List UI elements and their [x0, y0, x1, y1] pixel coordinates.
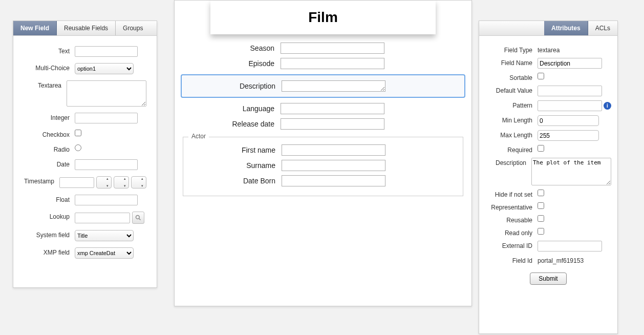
field-row-first-name[interactable]: First name — [183, 142, 463, 158]
svg-point-0 — [136, 216, 140, 219]
episode-label: Episode — [175, 59, 281, 68]
read-only-checkbox[interactable] — [538, 228, 544, 235]
field-type-value: textarea — [538, 45, 560, 54]
checkbox-input[interactable] — [75, 130, 81, 136]
submit-button[interactable]: Submit — [530, 273, 566, 285]
radio-input[interactable] — [75, 144, 81, 151]
external-id-input[interactable] — [538, 241, 602, 252]
date-label: Date — [24, 159, 75, 168]
min-length-label: Min Length — [485, 115, 538, 124]
season-label: Season — [175, 44, 281, 52]
release-date-input[interactable] — [281, 118, 384, 130]
timestamp-label: Timestamp — [24, 176, 59, 185]
system-field-select[interactable]: Title — [75, 230, 134, 241]
external-id-label: External ID — [485, 241, 538, 249]
language-input[interactable] — [281, 103, 384, 114]
attr-description-label: Description — [485, 158, 531, 166]
max-length-input[interactable] — [538, 130, 599, 141]
xmp-field-select[interactable]: xmp CreateDat — [75, 247, 134, 259]
min-length-input[interactable] — [538, 115, 599, 126]
timestamp-stepper-2[interactable] — [114, 176, 129, 189]
text-field-label: Text — [24, 46, 75, 55]
default-value-label: Default Value — [485, 86, 538, 94]
field-row-season[interactable]: Season — [175, 40, 471, 56]
surname-input[interactable] — [282, 160, 385, 171]
field-name-input[interactable] — [538, 58, 602, 69]
reusable-label: Reusable — [485, 215, 538, 224]
representative-checkbox[interactable] — [538, 202, 544, 209]
tab-groups[interactable]: Groups — [116, 21, 150, 35]
float-input[interactable] — [75, 195, 138, 205]
search-icon — [135, 215, 141, 221]
svg-line-1 — [139, 219, 141, 220]
representative-label: Representative — [485, 202, 538, 211]
field-id-label: Field Id — [485, 256, 538, 264]
integer-label: Integer — [24, 113, 75, 121]
field-type-label: Field Type — [485, 45, 538, 54]
pattern-input[interactable] — [538, 100, 602, 111]
language-label: Language — [175, 104, 281, 113]
max-length-label: Max Length — [485, 130, 538, 139]
date-born-label: Date Born — [183, 177, 282, 185]
field-row-language[interactable]: Language — [175, 101, 471, 116]
description-input[interactable] — [282, 80, 385, 92]
textarea-input[interactable] — [67, 80, 146, 107]
lookup-search-button[interactable] — [132, 212, 144, 224]
radio-label: Radio — [24, 144, 75, 153]
multichoice-select[interactable]: option1 — [75, 63, 134, 74]
lookup-input[interactable] — [75, 213, 130, 223]
form-title: Film — [308, 9, 338, 26]
lookup-label: Lookup — [24, 212, 75, 220]
xmp-field-label: XMP field — [24, 247, 75, 256]
description-label: Description — [182, 82, 282, 90]
field-row-description-selected[interactable]: Description — [181, 74, 465, 98]
date-input[interactable] — [75, 159, 138, 170]
new-field-panel: New Field Reusable Fields Groups Text Mu… — [13, 20, 157, 288]
field-row-release-date[interactable]: Release date — [175, 116, 471, 132]
timestamp-stepper-1[interactable] — [96, 176, 112, 189]
field-id-value: portal_mf619153 — [538, 256, 584, 264]
required-label: Required — [485, 145, 538, 154]
timestamp-stepper-3[interactable] — [131, 176, 146, 189]
actor-group[interactable]: Actor First name Surname Date Born — [183, 137, 463, 196]
multichoice-label: Multi-Choice — [24, 63, 75, 72]
float-label: Float — [24, 195, 75, 203]
attr-description-input[interactable] — [531, 158, 611, 185]
actor-legend: Actor — [188, 133, 209, 140]
release-date-label: Release date — [175, 120, 281, 128]
hide-if-not-set-label: Hide if not set — [485, 190, 538, 198]
form-preview-panel: Film Season Episode Description Language — [174, 0, 472, 306]
tab-new-field[interactable]: New Field — [13, 21, 57, 35]
checkbox-label: Checkbox — [24, 130, 75, 138]
textarea-label: Textarea — [24, 80, 67, 89]
sortable-label: Sortable — [485, 73, 538, 81]
text-field-input[interactable] — [75, 46, 138, 57]
read-only-label: Read only — [485, 228, 538, 237]
timestamp-input[interactable] — [59, 177, 94, 188]
left-tabs: New Field Reusable Fields Groups — [13, 21, 157, 36]
info-icon[interactable]: i — [604, 102, 611, 110]
default-value-input[interactable] — [538, 86, 602, 96]
field-row-episode[interactable]: Episode — [175, 56, 471, 71]
surname-label: Surname — [183, 161, 282, 170]
episode-input[interactable] — [281, 58, 384, 69]
first-name-label: First name — [183, 146, 282, 154]
field-row-date-born[interactable]: Date Born — [183, 173, 463, 189]
first-name-input[interactable] — [282, 144, 385, 156]
tab-attributes[interactable]: Attributes — [544, 21, 588, 35]
season-input[interactable] — [281, 43, 384, 54]
hide-if-not-set-checkbox[interactable] — [538, 190, 544, 196]
integer-input[interactable] — [75, 113, 138, 123]
date-born-input[interactable] — [282, 175, 385, 186]
system-field-label: System field — [24, 230, 75, 239]
form-title-bar: Film — [210, 1, 436, 34]
tab-acls[interactable]: ACLs — [588, 21, 617, 35]
reusable-checkbox[interactable] — [538, 215, 544, 222]
required-checkbox[interactable] — [538, 145, 544, 152]
field-row-surname[interactable]: Surname — [183, 158, 463, 173]
right-tabs: Attributes ACLs — [479, 21, 617, 36]
tab-reusable-fields[interactable]: Reusable Fields — [57, 21, 116, 35]
pattern-label: Pattern — [485, 100, 538, 109]
sortable-checkbox[interactable] — [538, 73, 544, 79]
field-name-label: Field Name — [485, 58, 538, 67]
